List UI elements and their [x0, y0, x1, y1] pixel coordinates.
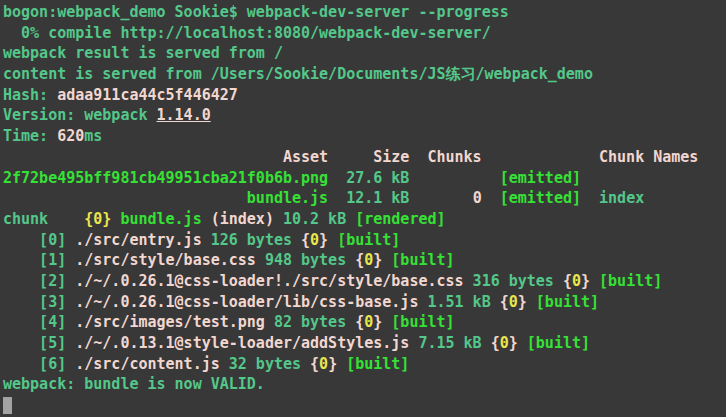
terminal-text-segment: { — [355, 313, 364, 331]
terminal-text-segment: [6] — [3, 355, 75, 373]
terminal-text-segment: 0 — [364, 251, 373, 269]
terminal-text-segment: { — [563, 272, 572, 290]
terminal-text-segment: chunk — [3, 210, 84, 228]
terminal-text-segment: bogon:webpack_demo Sookie$ webpack-dev-s… — [3, 3, 509, 21]
terminal-text-segment: webpack: bundle is now VALID. — [3, 375, 265, 393]
terminal-text-segment: [0] — [3, 231, 75, 249]
terminal-text-segment: { — [491, 334, 500, 352]
terminal-line: [5] ./~/.0.13.1@style-loader/addStyles.j… — [3, 333, 726, 354]
terminal-line: [0] ./src/entry.js 126 bytes {0} [built] — [3, 230, 726, 251]
terminal-line: 2f72be495bff981cb49951cba21f0b6b.png 27.… — [3, 168, 726, 189]
terminal-text-segment: [2] — [3, 272, 75, 290]
terminal-text-segment: } — [518, 293, 527, 311]
terminal-text-segment: Hash: — [3, 86, 57, 104]
terminal-text-segment: [1] — [3, 251, 75, 269]
terminal-line: bundle.js 12.1 kB 0 [emitted] index — [3, 188, 726, 209]
terminal-text-segment: [3] — [3, 293, 75, 311]
terminal-text-segment: 316 bytes — [464, 272, 563, 290]
terminal-text-segment: adaa911ca44c5f446427 — [57, 86, 238, 104]
terminal-text-segment: Asset Size Chunks Chunk Names — [3, 148, 698, 166]
terminal-text-segment: [built] — [337, 231, 400, 249]
terminal-text-segment: [built] — [391, 251, 454, 269]
terminal-text-segment: 0 — [572, 272, 581, 290]
terminal-screen[interactable]: bogon:webpack_demo Sookie$ webpack-dev-s… — [0, 0, 726, 417]
terminal-line: webpack: bundle is now VALID. — [3, 374, 726, 395]
terminal-text-segment: (index) — [211, 210, 274, 228]
terminal-text-segment: ./src/content.js — [75, 355, 220, 373]
terminal-text-segment: 0 — [364, 313, 373, 331]
terminal-text-segment: 0 — [500, 334, 509, 352]
terminal-text-segment: 126 bytes — [202, 231, 301, 249]
terminal-text-segment: } — [373, 313, 382, 331]
terminal-text-segment: } — [328, 355, 337, 373]
terminal-text-segment: content is served from /Users/Sookie/Doc… — [3, 65, 593, 83]
terminal-text-segment: [built] — [527, 334, 590, 352]
terminal-text-segment: bundle.js — [120, 210, 201, 228]
terminal-text-segment: ./src/style/base.css — [75, 251, 256, 269]
terminal-text-segment: 82 bytes — [265, 313, 355, 331]
terminal-text-segment: } — [509, 334, 518, 352]
terminal-text-segment — [382, 313, 391, 331]
terminal-text-segment — [3, 189, 247, 207]
terminal-cursor — [3, 397, 12, 414]
terminal-text-segment: Time: — [3, 127, 57, 145]
terminal-line: Time: 620ms — [3, 126, 726, 147]
terminal-line: content is served from /Users/Sookie/Doc… — [3, 64, 726, 85]
terminal-text-segment: ./~/.0.26.1@css-loader!./src/style/base.… — [75, 272, 463, 290]
terminal-text-segment: bundle.js — [247, 189, 328, 207]
terminal-line: 0% compile http://localhost:8080/webpack… — [3, 23, 726, 44]
terminal-line: Hash: adaa911ca44c5f446427 — [3, 85, 726, 106]
terminal-text-segment: Version: webpack — [3, 106, 157, 124]
terminal-text-segment: { — [301, 231, 310, 249]
terminal-text-segment: ./~/.0.13.1@style-loader/addStyles.js — [75, 334, 409, 352]
terminal-text-segment: [built] — [346, 355, 409, 373]
terminal-line: [3] ./~/.0.26.1@css-loader/lib/css-base.… — [3, 292, 726, 313]
terminal-text-segment: 2f72be495bff981cb49951cba21f0b6b.png — [3, 169, 328, 187]
terminal-line: Version: webpack 1.14.0 — [3, 105, 726, 126]
terminal-text-segment: ./src/images/test.png — [75, 313, 265, 331]
terminal-text-segment — [202, 210, 211, 228]
terminal-text-segment: 32 bytes — [220, 355, 310, 373]
terminal-text-segment: { — [355, 251, 364, 269]
terminal-text-segment — [482, 189, 500, 207]
terminal-text-segment: 620 — [57, 127, 84, 145]
terminal-text-segment: 1.14.0 — [157, 106, 211, 124]
terminal-text-segment: 1.51 kB — [418, 293, 499, 311]
terminal-text-segment: 27.6 kB — [328, 169, 500, 187]
terminal-text-segment: [emitted] — [500, 189, 581, 207]
terminal-text-segment: 0% compile http://localhost:8080/webpack… — [3, 24, 491, 42]
terminal-line: [2] ./~/.0.26.1@css-loader!./src/style/b… — [3, 271, 726, 292]
terminal-text-segment: [4] — [3, 313, 75, 331]
terminal-line: bogon:webpack_demo Sookie$ webpack-dev-s… — [3, 2, 726, 23]
terminal-text-segment — [328, 231, 337, 249]
terminal-text-segment: [built] — [536, 293, 599, 311]
terminal-text-segment: [built] — [391, 313, 454, 331]
terminal-text-segment — [590, 272, 599, 290]
terminal-text-segment: {0} — [84, 210, 111, 228]
terminal-text-segment: 10.2 kB — [274, 210, 355, 228]
terminal-text-segment: } — [319, 231, 328, 249]
terminal-text-segment — [518, 334, 527, 352]
terminal-text-segment: index — [581, 189, 644, 207]
terminal-text-segment: [rendered] — [355, 210, 445, 228]
terminal-text-segment: webpack result is served from / — [3, 44, 283, 62]
terminal-line: [4] ./src/images/test.png 82 bytes {0} [… — [3, 312, 726, 333]
terminal-text-segment: 0 — [319, 355, 328, 373]
terminal-text-segment: 0 — [473, 189, 482, 207]
terminal-text-segment: 948 bytes — [256, 251, 355, 269]
terminal-line: webpack result is served from / — [3, 43, 726, 64]
terminal-text-segment: 0 — [310, 231, 319, 249]
terminal-text-segment: [built] — [599, 272, 662, 290]
terminal-line: Asset Size Chunks Chunk Names — [3, 147, 726, 168]
terminal-text-segment: { — [310, 355, 319, 373]
terminal-text-segment: 12.1 kB — [328, 189, 473, 207]
terminal-text-segment — [337, 355, 346, 373]
terminal-text-segment — [527, 293, 536, 311]
terminal-text-segment: ./src/entry.js — [75, 231, 201, 249]
terminal-text-segment: 7.15 kB — [409, 334, 490, 352]
terminal-text-segment: { — [500, 293, 509, 311]
terminal-text-segment: [emitted] — [500, 169, 581, 187]
terminal-text-segment: [5] — [3, 334, 75, 352]
terminal-text-segment: } — [581, 272, 590, 290]
terminal-text-segment: 0 — [509, 293, 518, 311]
